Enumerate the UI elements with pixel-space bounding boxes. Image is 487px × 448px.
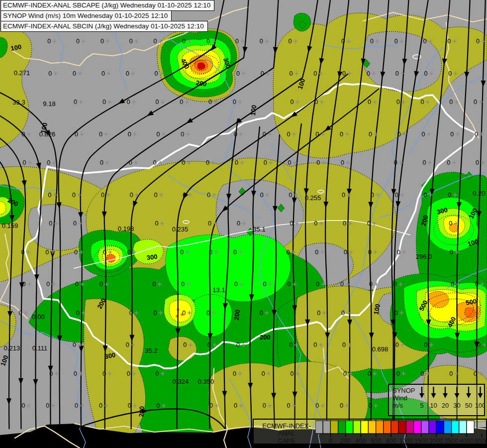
grid-zero-label: 0 — [235, 38, 239, 45]
grid-zero-label: 0 — [233, 249, 237, 256]
streamline-arrowhead — [33, 379, 38, 386]
gridpoint-cross-icon — [240, 39, 244, 43]
grid-zero-label: 0 — [72, 192, 76, 199]
contour-value-label: 200 — [233, 309, 241, 321]
grid-zero-label: 0 — [315, 131, 319, 138]
gridpoint-cross-icon — [185, 100, 189, 104]
gridpoint-cross-icon — [265, 39, 269, 43]
grid-zero-label: 0 — [371, 192, 374, 199]
cape-swatch — [376, 421, 384, 434]
gridpoint-cross-icon — [400, 193, 404, 197]
down-arrow-icon — [478, 393, 483, 398]
grid-zero-label: 0 — [290, 341, 293, 348]
wind-speed-label: 10 — [430, 402, 437, 409]
grid-zero-label: 0 — [235, 159, 238, 166]
streamline-arrowhead — [34, 274, 39, 281]
grid-zero-label: 0 — [448, 192, 451, 199]
grid-zero-label: 0 — [450, 131, 454, 138]
grid-zero-label: 0 — [263, 281, 267, 288]
map-title-block: ECMWF-INDEX-ANAL SBCAPE (J/kg) Wednesday… — [0, 0, 214, 32]
grid-zero-label: 0 — [209, 249, 212, 256]
grid-zero-label: 0 — [260, 38, 263, 45]
gridpoint-cross-icon — [238, 100, 242, 104]
grid-zero-label: 0 — [233, 370, 236, 377]
cape-shading — [0, 13, 487, 445]
gridpoint-cross-icon — [78, 72, 82, 76]
grid-zero-label: 0 — [291, 99, 294, 106]
grid-zero-label: 0 — [447, 159, 450, 166]
grid-zero-label: 0 — [101, 192, 104, 199]
down-arrow-icon — [443, 393, 448, 398]
grid-zero-label: 0 — [343, 370, 347, 377]
grid-zero-label: 0 — [288, 159, 292, 166]
wind-speed-label: 30 — [453, 402, 460, 409]
gridpoint-cross-icon — [402, 250, 406, 254]
grid-zero-label: 0 — [46, 402, 49, 409]
grid-zero-label: 0 — [234, 281, 238, 288]
cape-swatch — [459, 421, 467, 434]
contour-value-label: 300 — [146, 253, 158, 261]
grid-zero-label: 0 — [153, 159, 157, 166]
cape-region — [465, 308, 476, 318]
grid-zero-label: 0 — [290, 70, 293, 77]
cin-value-label: 35.1 — [253, 225, 265, 233]
wind-speed-label: 5 — [420, 402, 423, 409]
grid-zero-label: 0 — [316, 159, 320, 166]
grid-zero-label: 0 — [209, 402, 213, 409]
streamline-arrowhead — [6, 398, 11, 405]
grid-zero-label: 0 — [424, 192, 427, 199]
cin-value-label: 0.213 — [4, 344, 20, 352]
grid-zero-label: 0 — [234, 131, 237, 138]
grid-zero-label: 0 — [475, 131, 478, 138]
grid-zero-label: 0 — [182, 159, 185, 166]
contour-value-label: 200 — [137, 406, 145, 417]
cin-value-label: 0.324 — [173, 378, 189, 385]
grid-zero-label: 0 — [156, 370, 159, 377]
cape-region — [0, 305, 16, 347]
grid-zero-label: 0 — [287, 249, 290, 256]
grid-zero-label: 0 — [260, 310, 263, 317]
grid-zero-label: 0 — [449, 220, 452, 227]
grid-zero-label: 0 — [102, 99, 106, 106]
grid-zero-label: 0 — [342, 192, 345, 199]
cape-region — [169, 300, 192, 323]
grid-zero-label: 0 — [291, 370, 294, 377]
grid-zero-label: 0 — [127, 99, 130, 106]
wind-speed-label: 50 — [465, 402, 472, 409]
weather-map: 0000000000000000000000000000000000000000… — [0, 0, 487, 448]
grid-zero-label: 0 — [340, 281, 344, 288]
grid-zero-label: 0 — [74, 99, 77, 106]
grid-zero-label: 0 — [397, 131, 401, 138]
grid-zero-label: 0 — [74, 249, 78, 256]
grid-zero-label: 0 — [234, 402, 237, 409]
streamline-arrowhead — [464, 72, 469, 78]
grid-zero-label: 0 — [342, 341, 346, 348]
grid-zero-label: 0 — [182, 310, 186, 317]
cin-value-label: 0.198 — [118, 225, 134, 232]
wind-legend-title: SYNOP Wind m/s — [389, 385, 417, 415]
grid-zero-label: 0 — [344, 249, 347, 256]
grid-zero-label: 0 — [126, 70, 129, 77]
gridpoint-cross-icon — [133, 132, 137, 136]
cape-swatch — [361, 421, 368, 434]
cape-legend-line2: CAPE — [258, 437, 315, 445]
cape-swatch — [315, 421, 323, 434]
gridpoint-cross-icon — [161, 100, 165, 104]
grid-zero-label: 0 — [73, 220, 77, 227]
gridpoint-cross-icon — [452, 161, 456, 165]
grid-zero-label: 0 — [289, 38, 292, 45]
grid-zero-label: 0 — [289, 192, 292, 199]
cape-tick-label: 200 — [340, 438, 351, 444]
cape-swatch — [421, 421, 429, 434]
cape-swatch — [444, 421, 451, 434]
down-arrow-icon — [466, 393, 471, 398]
cape-tick-label: 400 — [356, 438, 366, 444]
grid-zero-label: 0 — [423, 38, 427, 45]
gridpoint-cross-icon — [346, 161, 350, 165]
gridpoint-cross-icon — [53, 39, 57, 43]
grid-zero-label: 0 — [313, 341, 317, 348]
gridpoint-cross-icon — [55, 372, 59, 376]
title-sbcape: ECMWF-INDEX-ANAL SBCAPE (J/kg) Wednesday… — [0, 0, 214, 11]
gridpoint-cross-icon — [27, 132, 31, 136]
grid-zero-label: 0 — [128, 402, 131, 409]
